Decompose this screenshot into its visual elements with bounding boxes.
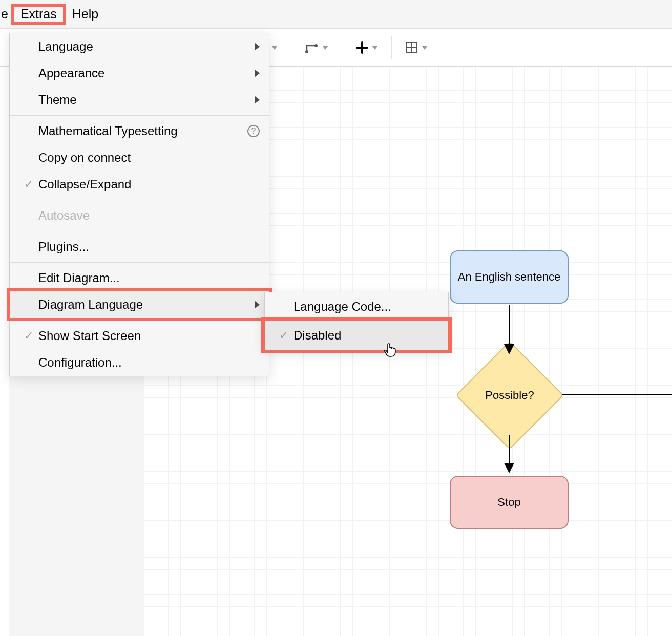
menu-label: Language Code... [293,300,438,314]
diagram-language-submenu: Language Code... ✓ Disabled [264,292,449,350]
table-button[interactable] [405,41,428,54]
menu-label: Collapse/Expand [38,177,260,192]
extras-menu: Language Appearance Theme Mathematical T… [9,33,269,376]
toolbar-separator [291,36,291,59]
help-icon[interactable]: ? [247,125,260,137]
menu-item-show-start-screen[interactable]: ✓ Show Start Screen [10,323,269,349]
menu-label: Language [38,39,255,54]
node-stop[interactable]: Stop [450,476,569,529]
submenu-arrow-icon [255,301,260,308]
menu-item-language[interactable]: Language [10,33,269,60]
highlight-disabled-option: ✓ Disabled [261,317,452,353]
menubar-prev-fragment: e [0,2,11,27]
submenu-arrow-icon [255,70,260,77]
menu-item-copy-on-connect[interactable]: Copy on connect [10,144,269,171]
menu-label: Plugins... [38,240,260,254]
decision-text: Possible? [485,389,534,402]
menu-label: Edit Diagram... [38,271,260,285]
menu-label: Diagram Language [38,298,255,312]
highlight-extras-menu: Extras [11,4,66,25]
svg-point-1 [314,44,318,47]
menu-label: Autosave [38,208,260,223]
dropdown-caret-icon [372,46,378,50]
menu-label: Configuration... [38,355,260,370]
node-label: An English sentence [458,270,561,284]
menu-label: Copy on connect [38,151,260,165]
submenu-item-disabled[interactable]: ✓ Disabled [265,321,448,350]
dropdown-caret-icon [322,46,328,50]
menubar-item-extras[interactable]: Extras [14,2,63,26]
toolbar-separator [391,36,392,59]
node-english-sentence[interactable]: An English sentence [450,250,569,304]
menu-separator [10,231,269,231]
waypoint-style-button[interactable] [305,40,328,55]
menu-item-theme[interactable]: Theme [10,87,269,113]
check-icon: ✓ [19,329,38,343]
left-edge-strip [0,67,9,636]
menu-separator [10,115,269,116]
menu-item-plugins[interactable]: Plugins... [10,234,269,260]
menu-label: Disabled [293,328,438,343]
menu-item-appearance[interactable]: Appearance [10,60,269,87]
dropdown-caret-icon [422,46,428,50]
check-icon: ✓ [19,178,38,191]
menu-item-collapse-expand[interactable]: ✓ Collapse/Expand [10,171,269,198]
node-label: Stop [497,496,520,509]
menubar: e Extras Help [0,0,672,29]
dropdown-caret-icon[interactable] [271,46,278,50]
toolbar-separator [342,36,342,59]
menu-item-autosave: Autosave [10,202,269,229]
menu-label: Theme [38,93,255,107]
submenu-arrow-icon [255,43,260,50]
menu-item-edit-diagram[interactable]: Edit Diagram... [10,265,269,291]
plus-icon [355,41,369,54]
submenu-item-language-code[interactable]: Language Code... [265,292,448,321]
menu-label: Mathematical Typesetting [38,124,243,138]
menu-item-diagram-language[interactable]: Diagram Language [7,288,272,321]
grid-icon [405,41,418,54]
menu-separator [10,262,269,263]
menu-label: Appearance [38,66,255,80]
check-icon: ✓ [274,329,293,342]
menu-item-math-typesetting[interactable]: Mathematical Typesetting ? [10,118,269,144]
waypoint-icon [305,40,319,55]
svg-point-0 [305,50,308,53]
menu-item-configuration[interactable]: Configuration... [10,349,269,376]
insert-button[interactable] [355,41,378,54]
submenu-arrow-icon [255,96,260,103]
menu-label: Show Start Screen [38,329,260,343]
menu-separator [10,200,269,200]
menubar-item-help[interactable]: Help [66,2,104,27]
node-possible-label: Possible? [471,357,548,434]
